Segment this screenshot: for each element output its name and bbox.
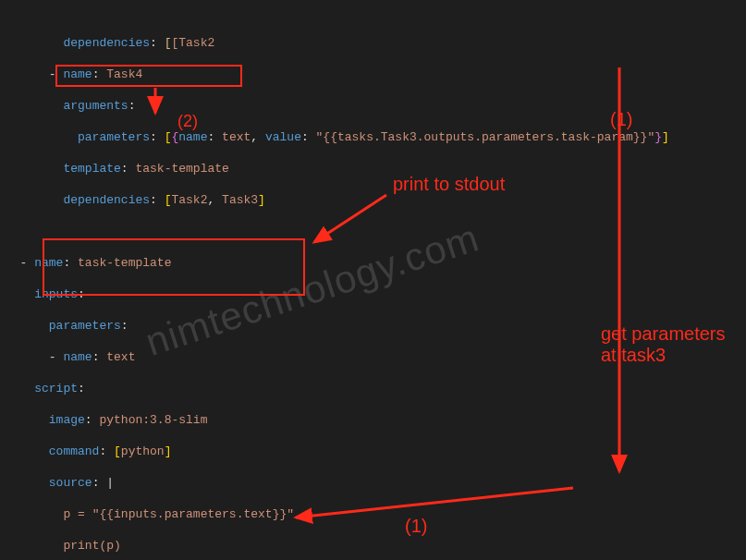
- code-line: inputs:: [6, 286, 746, 302]
- code-line: arguments:: [6, 98, 746, 114]
- blank-line: [6, 224, 746, 239]
- code-line: script:: [6, 381, 746, 396]
- code-line: command: [python]: [6, 444, 746, 459]
- code-line: template: task-template: [6, 161, 746, 177]
- code-line: parameters:: [6, 318, 746, 334]
- code-editor[interactable]: dependencies: [[Task2 - name: Task4 argu…: [0, 0, 746, 560]
- code-line: print(p): [6, 538, 746, 554]
- code-line: p = "{{inputs.parameters.text}}": [6, 506, 746, 522]
- code-line: source: |: [6, 475, 746, 491]
- code-line: dependencies: [[Task2: [6, 35, 746, 51]
- code-line: - name: text: [6, 349, 746, 365]
- code-line: parameters: [{name: text, value: "{{task…: [6, 129, 746, 145]
- code-line: - name: task-template: [6, 255, 746, 271]
- code-line: image: python:3.8-slim: [6, 412, 746, 428]
- code-line: dependencies: [Task2, Task3]: [6, 192, 746, 208]
- code-line: - name: Task4: [6, 67, 746, 82]
